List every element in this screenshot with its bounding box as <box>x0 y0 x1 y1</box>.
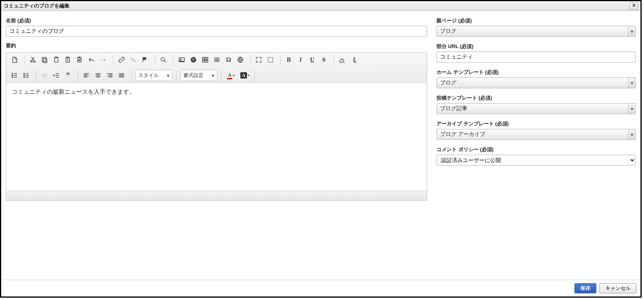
editor-statusbar <box>6 191 427 200</box>
separator <box>113 55 113 64</box>
parent-page-select[interactable]: ブログ ▾ <box>436 26 636 37</box>
close-button[interactable]: ✕ <box>630 2 638 10</box>
svg-point-14 <box>180 59 181 60</box>
comment-policy-label: コメント ポリシー (必須) <box>436 146 636 153</box>
svg-text:3: 3 <box>12 76 13 78</box>
table-button[interactable] <box>200 54 211 65</box>
justifycenter-button[interactable] <box>93 70 104 81</box>
redo-icon <box>100 56 107 63</box>
find-button[interactable] <box>158 54 169 65</box>
chevron-down-icon: ▾ <box>628 78 635 88</box>
copy-button[interactable] <box>39 54 50 65</box>
svg-rect-18 <box>268 57 273 62</box>
justifyright-button[interactable] <box>104 70 115 81</box>
paste-word-button[interactable]: W <box>74 54 85 65</box>
separator <box>36 71 36 80</box>
dialog-title: コミュニティのブログを編集 <box>4 1 70 11</box>
flash-icon <box>190 56 197 63</box>
svg-text:T: T <box>67 59 68 61</box>
dialog-footer: 保存 キャンセル <box>1 280 640 296</box>
close-icon: ✕ <box>632 2 636 8</box>
archive-template-value: ブログ アーカイブ <box>437 131 628 138</box>
bold-button[interactable]: B <box>283 54 294 65</box>
justifyblock-button[interactable] <box>116 70 127 81</box>
post-template-label: 投稿テンプレート (必須) <box>436 95 636 102</box>
source-button[interactable] <box>9 54 20 65</box>
bgcolor-button[interactable]: A ▾ <box>238 70 252 81</box>
separator <box>78 71 78 80</box>
cancel-button[interactable]: キャンセル <box>599 283 637 293</box>
anchor-button[interactable] <box>140 54 150 65</box>
image-button[interactable] <box>176 54 187 65</box>
showblocks-icon <box>267 56 274 63</box>
outdent-button[interactable] <box>39 70 50 81</box>
textcolor-button[interactable]: A ▾ <box>224 70 238 81</box>
flash-button[interactable] <box>188 54 199 65</box>
svg-rect-10 <box>79 57 80 58</box>
chevron-down-icon: ▾ <box>628 104 635 114</box>
maximize-icon <box>255 56 262 63</box>
strike-button[interactable]: S <box>318 54 329 65</box>
unlink-icon <box>130 56 137 63</box>
post-template-select[interactable]: ブログ記事 ▾ <box>436 103 636 114</box>
format-combo[interactable]: 書式設定 ▾ <box>181 70 217 81</box>
unlink-button[interactable] <box>128 54 139 65</box>
paste-button[interactable] <box>51 54 62 65</box>
name-input[interactable] <box>6 26 427 37</box>
home-template-select[interactable]: ブログ ▾ <box>436 77 636 88</box>
blockquote-button[interactable]: ” <box>63 70 73 81</box>
partial-url-input[interactable] <box>436 52 636 62</box>
summary-label: 要約 <box>6 42 427 49</box>
iframe-button[interactable] <box>235 54 246 65</box>
chevron-down-icon: ▾ <box>233 73 235 77</box>
partial-url-label: 部分 URL (必須) <box>436 43 636 50</box>
titlebar: コミュニティのブログを編集 ✕ <box>1 1 640 11</box>
separator <box>176 71 177 80</box>
strike-icon: S <box>322 56 326 63</box>
undo-button[interactable] <box>86 54 97 65</box>
home-template-value: ブログ <box>437 79 628 86</box>
specialchar-button[interactable]: Ω <box>223 54 234 65</box>
redo-button[interactable] <box>98 54 109 65</box>
cut-button[interactable] <box>27 54 38 65</box>
globe-icon <box>237 56 244 63</box>
dialog-window: コミュニティのブログを編集 ✕ 名前 (必須) 要約 <box>0 0 642 298</box>
right-column: 親ページ (必須) ブログ ▾ 部分 URL (必須) ホーム テンプレート (… <box>436 15 636 280</box>
separator <box>280 55 281 64</box>
editor-body[interactable]: コミュニティの最新ニュースを入手できます。 <box>6 83 427 191</box>
separator <box>155 55 155 64</box>
italic-button[interactable]: I <box>295 54 306 65</box>
chevron-down-icon: ▾ <box>628 26 635 36</box>
copy-icon <box>41 56 48 63</box>
indent-button[interactable] <box>51 70 62 81</box>
svg-rect-2 <box>42 57 46 62</box>
paste-text-button[interactable]: T <box>63 54 73 65</box>
style-combo[interactable]: スタイル ▾ <box>136 70 172 81</box>
table-icon <box>202 56 209 63</box>
numberedlist-button[interactable]: 123 <box>9 70 20 81</box>
alignjustify-icon <box>118 72 125 79</box>
source-icon <box>11 56 18 63</box>
alignleft-icon <box>83 72 90 79</box>
search-icon <box>160 56 167 63</box>
justifyleft-button[interactable] <box>81 70 92 81</box>
maximize-button[interactable] <box>253 54 264 65</box>
clearformat-icon: I✕ <box>353 56 355 63</box>
link-button[interactable] <box>116 54 127 65</box>
bulletedlist-button[interactable] <box>21 70 32 81</box>
separator <box>250 55 250 64</box>
underline-button[interactable]: U <box>307 54 318 65</box>
aligncenter-icon <box>95 72 102 79</box>
archive-template-select[interactable]: ブログ アーカイブ ▾ <box>436 129 636 140</box>
chevron-down-icon: ▾ <box>248 73 250 77</box>
clearformat-button[interactable]: I✕ <box>349 54 360 65</box>
hr-button[interactable] <box>211 54 222 65</box>
svg-point-12 <box>161 57 165 61</box>
svg-point-24 <box>23 77 25 78</box>
comment-policy-select[interactable]: 認証済みユーザーに公開 <box>436 155 636 166</box>
showblocks-button[interactable] <box>265 54 276 65</box>
post-template-value: ブログ記事 <box>437 105 628 112</box>
removeformat-button[interactable] <box>337 54 348 65</box>
save-button[interactable]: 保存 <box>574 283 596 293</box>
format-combo-label: 書式設定 <box>183 72 209 79</box>
